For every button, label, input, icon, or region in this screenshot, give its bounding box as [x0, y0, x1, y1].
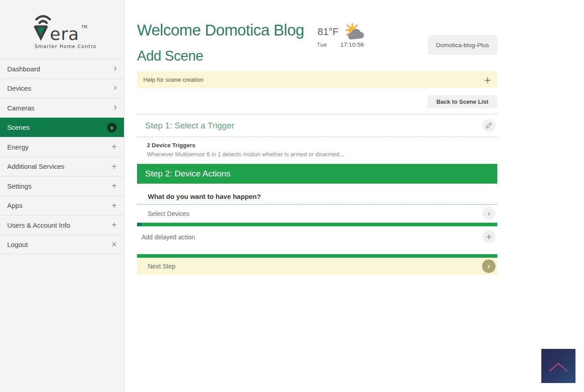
sidebar-item-users-account-info[interactable]: Users & Account Info + — [0, 215, 124, 235]
logo-tagline: Smarter Home Control — [35, 44, 96, 49]
trigger-count: 2 Device Triggers — [147, 142, 497, 149]
sidebar-item-additional-services[interactable]: Additional Services + — [0, 157, 124, 176]
sidebar-item-dashboard[interactable]: Dashboard › — [0, 59, 124, 79]
sidebar-item-apps[interactable]: Apps + — [0, 196, 124, 216]
pencil-icon — [486, 122, 492, 129]
welcome-title: Welcome Domotica Blog — [137, 22, 308, 38]
edit-trigger-button[interactable] — [482, 119, 496, 132]
chevron-right-circle-icon: › — [107, 123, 117, 132]
sidebar-item-label: Logout — [7, 241, 28, 248]
sidebar-item-energy[interactable]: Energy + — [0, 137, 124, 157]
trigger-summary: Whenever Multisensor 6 in 1 detects moti… — [147, 151, 497, 158]
chevron-right-icon: › — [488, 209, 491, 218]
sidebar-item-devices[interactable]: Devices › — [0, 79, 124, 98]
plus-icon: + — [111, 142, 117, 151]
chevron-right-icon: › — [114, 83, 117, 92]
vera-logo-icon: era TM Smarter Home Control — [28, 9, 96, 50]
chevron-right-icon: › — [114, 63, 117, 73]
header: Welcome Domotica Blog 81°F — [137, 0, 497, 38]
progress-bar-fill — [137, 223, 142, 226]
trigger-summary-block: 2 Device Triggers Whenever Multisensor 6… — [137, 137, 497, 164]
chevron-right-icon: › — [114, 102, 117, 112]
sidebar-item-label: Energy — [7, 143, 29, 151]
progress-bar — [137, 223, 497, 226]
sidebar-menu: Dashboard › Devices › Cameras › Scenes ›… — [0, 59, 124, 254]
next-step-label: Next Step — [148, 263, 175, 270]
plus-icon: + — [111, 201, 117, 210]
plus-icon: + — [111, 220, 117, 229]
sun-behind-cloud-icon — [343, 23, 367, 42]
weekday-label: Tue — [317, 41, 327, 48]
sidebar-item-logout[interactable]: Logout × — [0, 235, 124, 255]
sidebar-item-label: Dashboard — [7, 65, 40, 73]
sidebar-item-label: Cameras — [7, 104, 35, 112]
progress-bar-bottom — [137, 254, 497, 258]
help-for-scene-creation-bar[interactable]: Help for scene creation + — [137, 71, 497, 88]
chevron-up-icon — [541, 349, 575, 383]
step2-question: What do you want to have happen? — [137, 184, 497, 204]
next-step-button[interactable]: › — [482, 260, 496, 273]
vera-logo: era TM Smarter Home Control — [0, 0, 124, 59]
expand-plus-icon: + — [484, 74, 491, 86]
sidebar: era TM Smarter Home Control Dashboard › … — [0, 0, 124, 392]
plus-icon: + — [486, 232, 492, 242]
sidebar-item-label: Additional Services — [7, 163, 65, 170]
sidebar-item-label: Users & Account Info — [7, 221, 70, 229]
help-bar-label: Help for scene creation — [143, 76, 204, 83]
select-devices-label: Select Devices — [148, 210, 190, 217]
sidebar-item-label: Settings — [7, 182, 31, 190]
temperature-value: 81°F — [318, 26, 339, 38]
chevron-right-icon: › — [487, 262, 490, 271]
add-delayed-action-label: Add delayed action — [142, 233, 195, 241]
plus-icon: + — [111, 181, 117, 190]
plus-icon: + — [111, 162, 117, 171]
sidebar-item-cameras[interactable]: Cameras › — [0, 98, 124, 118]
add-delayed-action-plus-button[interactable]: + — [482, 230, 496, 243]
svg-text:TM: TM — [81, 25, 87, 29]
next-step-bar[interactable]: Next Step › — [137, 258, 497, 275]
clock-time: 17:10:56 — [341, 41, 364, 48]
step1-title: Step 1: Select a Trigger — [145, 121, 234, 131]
page-root: era TM Smarter Home Control Dashboard › … — [0, 0, 584, 392]
sidebar-item-scenes[interactable]: Scenes › — [0, 118, 124, 137]
scroll-to-top-button[interactable] — [541, 349, 575, 383]
add-delayed-action-row[interactable]: Add delayed action + — [137, 226, 497, 247]
sidebar-item-label: Devices — [7, 84, 31, 92]
controller-select-button[interactable]: Domotica-blog-Plus — [428, 35, 497, 55]
main-content: Welcome Domotica Blog 81°F — [124, 0, 584, 392]
weather-widget: 81°F — [309, 22, 497, 54]
sidebar-item-label: Apps — [7, 202, 22, 209]
step2-header: Step 2: Device Actions — [137, 164, 497, 184]
select-devices-row[interactable]: Select Devices › — [137, 205, 497, 223]
step2-title: Step 2: Device Actions — [145, 169, 230, 179]
sidebar-item-settings[interactable]: Settings + — [0, 176, 124, 196]
close-icon: × — [111, 240, 117, 249]
back-to-scene-list-button[interactable]: Back to Scene List — [427, 95, 497, 108]
chevron-right-circle-button[interactable]: › — [482, 207, 496, 220]
sidebar-item-label: Scenes — [7, 123, 30, 131]
step1-header: Step 1: Select a Trigger — [137, 115, 497, 137]
svg-text:era: era — [50, 24, 79, 44]
